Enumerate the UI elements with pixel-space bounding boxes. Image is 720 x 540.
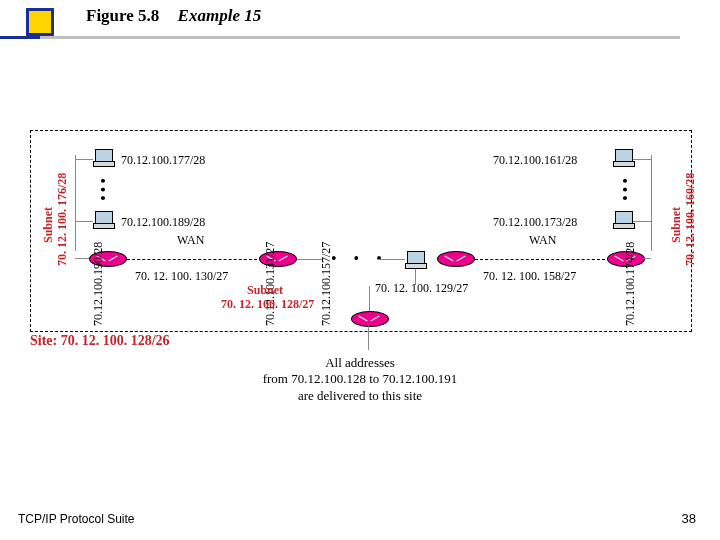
pc-right-bottom [613, 211, 633, 229]
center-subnet-addr: 70. 12. 100. 128/27 [221, 297, 314, 312]
link [633, 221, 651, 222]
wan-link-left [127, 259, 257, 260]
left-subnet-name: Subnet [41, 207, 56, 243]
caption-line1: All addresses [325, 355, 395, 370]
pc-left-bottom [93, 211, 113, 229]
link [643, 258, 651, 259]
link [75, 258, 89, 259]
left-lan-bus [75, 155, 76, 251]
center-subnet-name: Subnet [247, 283, 283, 298]
right-subnet-addr: 70. 12. 100. 160/28 [683, 173, 698, 266]
delivery-caption: All addresses from 70.12.100.128 to 70.1… [0, 355, 720, 404]
router-center-right [437, 251, 475, 267]
network-diagram: Subnet 70. 12. 100. 176/28 70.12.100.177… [30, 130, 692, 332]
link [75, 221, 93, 222]
host-left-top: 70.12.100.177/28 [121, 153, 205, 168]
right-lan-bus [651, 155, 652, 251]
link [75, 159, 93, 160]
pc-left-top [93, 149, 113, 167]
host-right-top: 70.12.100.161/28 [493, 153, 577, 168]
title-rule [40, 36, 680, 39]
caption-line2: from 70.12.100.128 to 70.12.100.191 [263, 371, 458, 386]
site-uplink [368, 326, 369, 350]
wan-label-left: WAN [177, 233, 204, 248]
center-if-left: 70.12.100.157/27 [319, 242, 334, 326]
title-bullet-icon [26, 8, 54, 36]
left-subnet-addr: 70. 12. 100. 176/28 [55, 173, 70, 266]
router3-if-right: 70. 12. 100. 158/27 [483, 269, 576, 284]
footer-text: TCP/IP Protocol Suite [18, 512, 135, 526]
host-right-bottom: 70.12.100.173/28 [493, 215, 577, 230]
wan-label-right: WAN [529, 233, 556, 248]
slide-title: Figure 5.8 Example 15 [86, 6, 261, 26]
wan-link-right [475, 259, 605, 260]
link [369, 286, 370, 311]
router2-if-left: 70. 12. 100. 130/27 [135, 269, 228, 284]
example-number: Example 15 [164, 6, 262, 25]
title-rule-accent [0, 36, 44, 39]
host-left-bottom: 70.12.100.189/28 [121, 215, 205, 230]
pc-right-top [613, 149, 633, 167]
right-subnet-name: Subnet [669, 207, 684, 243]
center-if-right: 70. 12. 100. 129/27 [375, 281, 468, 296]
figure-number: Figure 5.8 [86, 6, 159, 25]
vdots-icon: ••• [620, 178, 628, 204]
vdots-icon: ••• [98, 178, 106, 204]
router-left-if-lan: 70.12.100.190/28 [91, 242, 106, 326]
slide-titlebar: Figure 5.8 Example 15 [0, 0, 720, 50]
caption-line3: are delivered to this site [298, 388, 422, 403]
link [633, 159, 651, 160]
link [377, 259, 405, 260]
router-site-gateway [351, 311, 389, 327]
page-number: 38 [682, 511, 696, 526]
router-right-if-lan: 70.12.100.174/28 [623, 242, 638, 326]
site-prefix: Site: 70. 12. 100. 128/26 [30, 333, 170, 349]
pc-center [405, 251, 425, 269]
